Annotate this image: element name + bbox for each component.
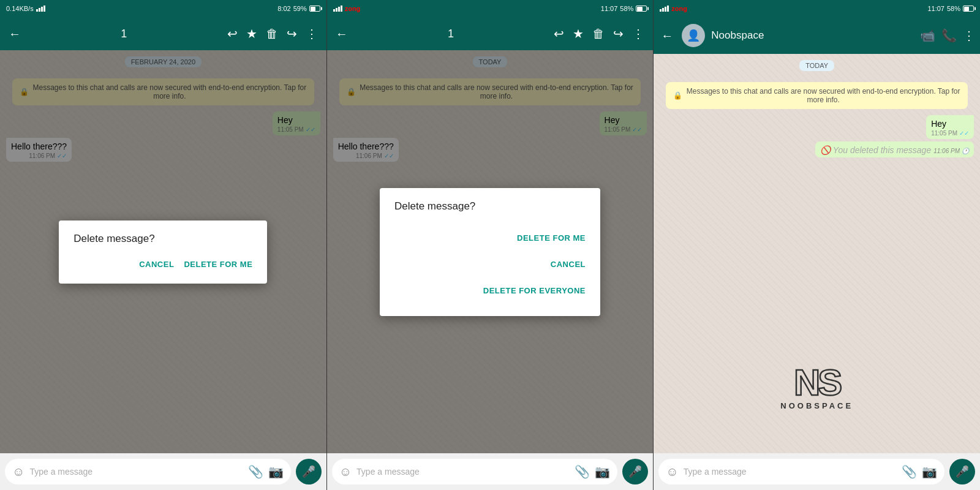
message-input-wrap-3[interactable]: ☺ Type a message 📎 📷	[658, 459, 944, 484]
carrier-3: zong	[671, 5, 687, 12]
dialog-overlay-2: Delete message? DELETE FOR ME CANCEL DEL…	[327, 50, 654, 453]
status-right-1: 8:02 59%	[277, 5, 320, 12]
dialog-row-delete-for-me: DELETE FOR ME	[394, 225, 586, 251]
msg-text-3-0: Hey	[931, 119, 946, 129]
status-left-3: zong	[660, 5, 687, 12]
chat-area-2: TODAY 🔒 Messages to this chat and calls …	[327, 50, 654, 453]
msg-meta-3-1: 11:06 PM 🕐	[933, 148, 969, 154]
emoji-icon-2[interactable]: ☺	[339, 465, 352, 479]
message-input-2[interactable]: Type a message	[356, 467, 570, 477]
signal-bars-2	[333, 6, 342, 12]
encryption-notice-3[interactable]: 🔒 Messages to this chat and calls are no…	[666, 82, 968, 109]
back-button-2[interactable]: ←	[333, 24, 350, 43]
delete-for-me-button-1[interactable]: DELETE FOR ME	[184, 257, 252, 271]
time-3: 11:07	[927, 5, 944, 12]
contact-name-3[interactable]: Noobspace	[711, 29, 914, 42]
message-row-3-1: 🚫 You deleted this message 11:06 PM 🕐	[654, 140, 980, 159]
message-input-3[interactable]: Type a message	[684, 467, 897, 477]
call-icon-3[interactable]: 📞	[941, 28, 957, 43]
delete-dialog-1: Delete message? CANCEL DELETE FOR ME	[59, 221, 267, 284]
mic-button-3[interactable]: 🎤	[949, 459, 975, 484]
signal-bars-3	[660, 6, 669, 12]
dialog-row-cancel: CANCEL	[394, 251, 586, 277]
more-icon-1[interactable]: ⋮	[303, 24, 320, 43]
panel-2: zong 11:07 58% ← 1 ↩ ★ 🗑 ↪ ⋮ TODAY 🔒 Mes…	[327, 0, 654, 490]
status-left-1: 0.14KB/s	[6, 5, 45, 12]
delete-icon-2[interactable]: 🗑	[590, 24, 607, 43]
ticks-3-0: ✓✓	[959, 130, 969, 137]
emoji-icon-1[interactable]: ☺	[12, 465, 24, 479]
delete-for-everyone-button-2[interactable]: DELETE FOR EVERYONE	[483, 284, 586, 298]
mic-button-1[interactable]: 🎤	[296, 459, 322, 484]
watermark-ns-text: NS	[794, 364, 840, 401]
bubble-3-0[interactable]: Hey 11:05 PM ✓✓	[926, 115, 974, 139]
bubble-3-1[interactable]: 🚫 You deleted this message 11:06 PM 🕐	[815, 141, 974, 157]
clock-icon-3: 🕐	[962, 148, 969, 154]
chat-area-3: TODAY 🔒 Messages to this chat and calls …	[654, 54, 980, 453]
toolbar-icons-right-1: ↩ ★ 🗑 ↪ ⋮	[225, 24, 320, 43]
msg-text-3-1: You deleted this message	[833, 145, 931, 155]
selection-count-2: 1	[355, 28, 547, 40]
message-input-wrap-1[interactable]: ☺ Type a message 📎 📷	[5, 459, 291, 484]
reply-icon-1[interactable]: ↩	[225, 24, 240, 43]
status-bar-3: zong 11:07 58%	[654, 0, 980, 17]
battery-text-2: 58%	[620, 5, 633, 12]
mic-icon-1: 🎤	[302, 465, 315, 478]
status-right-3: 11:07 58%	[927, 5, 974, 12]
header-icons-3: 📹 📞 ⋮	[920, 28, 975, 43]
back-button-3[interactable]: ←	[658, 26, 676, 45]
bottom-bar-2: ☺ Type a message 📎 📷 🎤	[327, 453, 654, 490]
camera-icon-1[interactable]: 📷	[268, 464, 284, 479]
watermark-noobspace-text: NOOBSPACE	[780, 401, 853, 410]
encryption-text-3: Messages to this chat and calls are now …	[686, 87, 960, 104]
msg-time-3-1: 11:06 PM	[933, 148, 960, 154]
status-left-2: zong	[333, 5, 361, 12]
avatar-icon-3: 👤	[687, 29, 700, 42]
attach-icon-2[interactable]: 📎	[575, 464, 590, 479]
camera-icon-3[interactable]: 📷	[922, 464, 937, 479]
camera-icon-2[interactable]: 📷	[595, 464, 610, 479]
deleted-icon-3: 🚫	[820, 145, 831, 155]
video-call-icon-3[interactable]: 📹	[920, 28, 935, 43]
emoji-icon-3[interactable]: ☺	[666, 465, 678, 479]
delete-icon-1[interactable]: 🗑	[263, 24, 281, 43]
mic-icon-2: 🎤	[628, 465, 642, 478]
forward-icon-2[interactable]: ↪	[611, 24, 626, 43]
battery-text-1: 59%	[293, 5, 307, 12]
panel-1: 0.14KB/s 8:02 59% ← 1 ↩ ★ 🗑 ↪ ⋮ FEBRUARY…	[0, 0, 326, 490]
back-button-1[interactable]: ←	[6, 24, 23, 43]
delete-for-me-button-2[interactable]: DELETE FOR ME	[517, 231, 586, 245]
more-icon-2[interactable]: ⋮	[630, 24, 647, 43]
status-bar-1: 0.14KB/s 8:02 59%	[0, 0, 326, 17]
forward-icon-1[interactable]: ↪	[284, 24, 300, 43]
signal-bars-1	[36, 6, 45, 12]
attach-icon-1[interactable]: 📎	[248, 464, 263, 479]
mic-button-2[interactable]: 🎤	[622, 459, 648, 484]
message-input-wrap-2[interactable]: ☺ Type a message 📎 📷	[332, 459, 618, 484]
selection-count-1: 1	[28, 28, 220, 40]
star-icon-2[interactable]: ★	[570, 24, 586, 43]
bottom-bar-3: ☺ Type a message 📎 📷 🎤	[654, 453, 980, 490]
message-row-3-0: Hey 11:05 PM ✓✓	[654, 114, 980, 140]
attach-icon-3[interactable]: 📎	[902, 464, 917, 479]
mic-icon-3: 🎤	[956, 465, 969, 478]
avatar-3[interactable]: 👤	[682, 24, 705, 47]
chat-toolbar-1: ← 1 ↩ ★ 🗑 ↪ ⋮	[0, 17, 326, 50]
dialog-title-2: Delete message?	[394, 200, 586, 213]
reply-icon-2[interactable]: ↩	[551, 24, 567, 43]
battery-text-3: 58%	[947, 5, 960, 12]
date-chip-3: TODAY	[799, 60, 834, 71]
bottom-bar-1: ☺ Type a message 📎 📷 🎤	[0, 453, 326, 490]
battery-fill-1	[311, 7, 316, 11]
more-icon-3[interactable]: ⋮	[963, 28, 975, 43]
cancel-button-2[interactable]: CANCEL	[551, 257, 586, 271]
message-input-1[interactable]: Type a message	[29, 467, 243, 477]
cancel-button-1[interactable]: CANCEL	[139, 257, 174, 271]
battery-fill-3	[964, 7, 969, 11]
battery-icon-3	[963, 6, 974, 12]
star-icon-1[interactable]: ★	[244, 24, 260, 43]
lock-icon-3: 🔒	[673, 91, 682, 100]
battery-icon-1	[309, 6, 320, 12]
chat-header-3: ← 👤 Noobspace 📹 📞 ⋮	[654, 17, 980, 54]
msg-time-3-0: 11:05 PM	[931, 130, 957, 137]
